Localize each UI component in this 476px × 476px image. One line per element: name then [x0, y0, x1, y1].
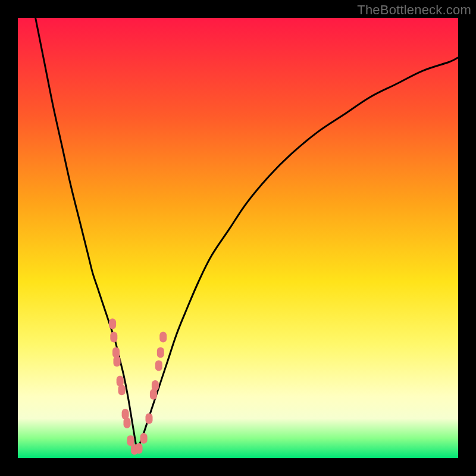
plot-gradient-background [18, 18, 458, 458]
highlight-marker [118, 384, 126, 395]
chart-svg [18, 18, 458, 458]
curve-right-branch [137, 58, 458, 450]
highlight-marker [110, 332, 117, 343]
highlight-marker [140, 433, 148, 444]
highlight-marker [109, 318, 116, 329]
highlight-marker [127, 435, 134, 446]
highlight-marker [159, 332, 167, 343]
highlight-marker [124, 418, 131, 428]
highlight-marker [114, 356, 121, 367]
chart-frame: TheBottleneck.com [0, 0, 476, 476]
watermark-text: TheBottleneck.com [357, 2, 471, 18]
highlighted-marker-group [109, 318, 167, 455]
highlight-marker [157, 347, 164, 358]
highlight-marker [152, 380, 159, 391]
highlight-marker [155, 361, 162, 371]
highlight-marker [136, 443, 143, 454]
highlight-marker [146, 413, 153, 424]
